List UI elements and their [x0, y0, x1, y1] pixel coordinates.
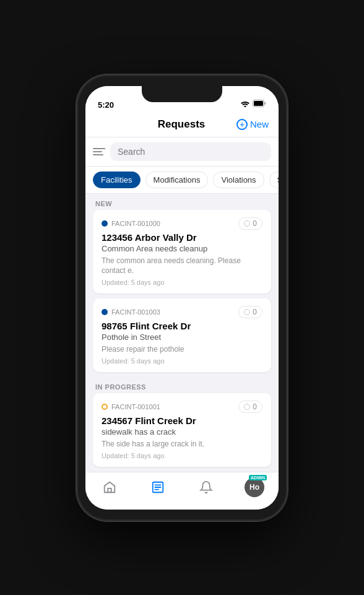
bell-icon	[198, 479, 214, 495]
card-id: FACINT-001001	[111, 403, 160, 410]
card-id-row: FACINT-001003	[102, 308, 160, 316]
phone-screen: 5:20	[85, 86, 279, 510]
status-icons	[240, 98, 266, 110]
section-inprogress: IN PROGRESS	[85, 377, 279, 393]
filter-tab-safe[interactable]: Safe	[269, 172, 279, 188]
card-subtitle: Common Area needs cleanup	[102, 244, 262, 253]
card-counter[interactable]: 0	[238, 401, 262, 413]
filter-tab-modifications[interactable]: Modifications	[145, 172, 209, 188]
status-dot-new	[102, 309, 108, 315]
request-card-001000[interactable]: FACINT-001000 0 123456 Arbor Vally Dr Co…	[93, 210, 271, 294]
nav-profile[interactable]: Ho ADMIN	[230, 477, 279, 497]
counter-value: 0	[253, 402, 257, 411]
nav-home[interactable]	[85, 479, 134, 495]
card-title: 98765 Flint Creek Dr	[102, 321, 262, 331]
counter-circle-icon	[244, 220, 250, 227]
admin-badge: ADMIN	[249, 475, 267, 480]
card-counter[interactable]: 0	[238, 306, 262, 318]
card-subtitle: Pothole in Street	[102, 332, 262, 342]
card-top: FACINT-001003 0	[102, 306, 262, 318]
card-description: Please repair the pothole	[102, 344, 262, 355]
list-view-icon[interactable]	[93, 145, 105, 158]
card-description: The common area needs cleaning. Please c…	[102, 256, 262, 277]
filter-tab-violations[interactable]: Violations	[213, 172, 264, 188]
card-title: 234567 Flint Creek Dr	[102, 415, 262, 426]
svg-rect-2	[108, 488, 111, 492]
counter-value: 0	[253, 308, 257, 316]
status-dot-new	[102, 220, 108, 227]
search-input[interactable]	[110, 142, 271, 161]
card-counter[interactable]: 0	[238, 217, 262, 230]
wifi-icon	[240, 98, 250, 110]
counter-value: 0	[253, 219, 257, 228]
request-card-001001[interactable]: FACINT-001001 0 234567 Flint Creek Dr si…	[93, 393, 271, 467]
counter-circle-icon	[244, 309, 250, 315]
section-new: NEW	[85, 194, 279, 210]
filter-tab-facilities[interactable]: Facilities	[93, 172, 141, 188]
header: Requests + New	[85, 113, 279, 137]
phone-device: 5:20	[77, 75, 287, 521]
card-updated: Updated: 5 days ago	[102, 279, 262, 286]
content-area: NEW FACINT-001000 0 123456 Arbor Vally D…	[85, 194, 279, 472]
home-icon	[102, 479, 118, 495]
card-updated: Updated: 5 days ago	[102, 357, 262, 365]
nav-notifications[interactable]	[182, 479, 230, 495]
card-id-row: FACINT-001000	[102, 220, 160, 227]
search-bar	[85, 137, 279, 167]
profile-avatar: Ho ADMIN	[245, 477, 264, 497]
notch	[142, 86, 222, 102]
counter-circle-icon	[244, 404, 250, 410]
card-id: FACINT-001000	[111, 220, 160, 227]
new-button[interactable]: + New	[236, 119, 269, 130]
card-id-row: FACINT-001001	[102, 403, 160, 410]
status-time: 5:20	[98, 100, 114, 110]
battery-icon	[253, 98, 266, 110]
svg-rect-1	[254, 101, 263, 106]
card-top: FACINT-001000 0	[102, 217, 262, 230]
requests-icon	[150, 479, 166, 495]
card-title: 123456 Arbor Vally Dr	[102, 232, 262, 243]
card-top: FACINT-001001 0	[102, 401, 262, 413]
header-title: Requests	[158, 118, 206, 131]
card-subtitle: sidewalk has a crack	[102, 427, 262, 436]
status-dot-inprogress	[102, 404, 108, 410]
card-description: The side has a large crack in it.	[102, 439, 262, 450]
card-id: FACINT-001003	[111, 308, 160, 316]
request-card-001003[interactable]: FACINT-001003 0 98765 Flint Creek Dr Pot…	[93, 298, 271, 372]
filter-tabs: Facilities Modifications Violations Safe	[85, 167, 279, 194]
new-label: New	[250, 119, 269, 129]
card-updated: Updated: 5 days ago	[102, 452, 262, 459]
new-plus-icon: +	[236, 119, 248, 130]
nav-requests[interactable]	[134, 479, 182, 495]
bottom-nav: Ho ADMIN	[85, 472, 279, 510]
